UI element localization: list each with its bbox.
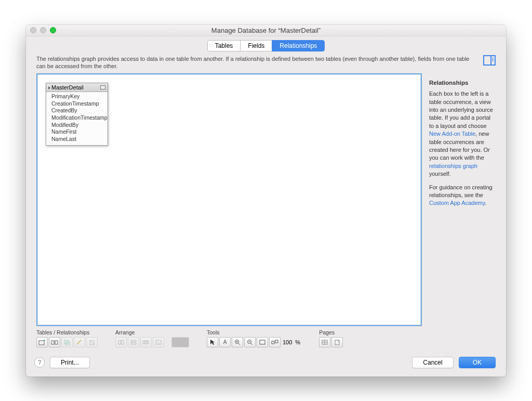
svg-rect-14	[145, 341, 147, 344]
ok-button[interactable]: OK	[459, 357, 496, 368]
delete-button	[86, 337, 98, 347]
field-item[interactable]: ModificationTimestamp	[51, 114, 104, 122]
svg-rect-13	[143, 341, 144, 344]
link-new-addon-table[interactable]: New Add-on Table	[429, 131, 475, 137]
titlebar: Manage Database for “MasterDetail”	[26, 25, 506, 36]
manage-database-window: Manage Database for “MasterDetail” Table…	[26, 25, 506, 377]
table-occurrence-fields: PrimaryKey CreationTimestamp CreatedBy M…	[46, 92, 108, 145]
field-item[interactable]: CreatedBy	[51, 107, 104, 114]
svg-rect-3	[55, 341, 58, 344]
field-item[interactable]: ModifiedBy	[51, 122, 104, 129]
window-controls	[30, 27, 56, 33]
field-item[interactable]: NameLast	[51, 136, 104, 143]
field-item[interactable]: PrimaryKey	[51, 93, 104, 100]
group-label-pages: Pages	[319, 329, 343, 335]
svg-line-8	[90, 341, 94, 345]
align-horizontal-button	[128, 337, 139, 347]
pointer-tool-button[interactable]	[207, 337, 218, 347]
table-occurrence-toggle-icon[interactable]	[100, 85, 105, 89]
svg-rect-12	[131, 343, 136, 344]
distribute-button	[140, 337, 152, 347]
text-tool-button[interactable]: A	[219, 337, 231, 347]
svg-rect-10	[122, 340, 124, 344]
resize-button	[153, 337, 164, 347]
svg-text:+: +	[43, 339, 46, 343]
footer: ? Print... Cancel OK	[26, 352, 506, 377]
color-button	[171, 337, 189, 347]
edit-button	[74, 337, 85, 347]
tab-relationships[interactable]: Relationships	[272, 40, 325, 51]
svg-rect-2	[51, 341, 54, 344]
svg-rect-24	[260, 340, 265, 344]
svg-rect-25	[272, 341, 274, 344]
zoom-in-button[interactable]	[232, 337, 243, 347]
fit-button[interactable]	[257, 337, 268, 347]
svg-rect-15	[147, 341, 149, 344]
help-paragraph-2: For guidance on creating relationships, …	[429, 184, 496, 208]
table-occurrence-name: MasterDetail	[51, 84, 84, 90]
group-label-arrange: Arrange	[115, 329, 189, 335]
help-button[interactable]: ?	[34, 357, 45, 368]
description-text: The relationships graph provides access …	[36, 55, 478, 71]
svg-line-18	[238, 343, 240, 345]
relationships-canvas[interactable]: MasterDetail PrimaryKey CreationTimestam…	[36, 73, 422, 326]
group-label-tools: Tools	[207, 329, 301, 335]
svg-rect-16	[156, 340, 161, 344]
expand-arrow-icon	[48, 86, 50, 89]
print-button[interactable]: Print...	[50, 357, 90, 368]
toolbar: Tables / Relationships + Arrange	[26, 326, 506, 352]
maximize-window-icon[interactable]	[50, 27, 56, 33]
field-item[interactable]: NameFirst	[51, 128, 104, 136]
duplicate-button	[61, 337, 73, 347]
help-heading: Relationships	[429, 79, 496, 87]
add-table-button[interactable]: +	[36, 337, 48, 347]
link-custom-app-academy[interactable]: Custom App Academy	[429, 200, 485, 206]
page-setup-button[interactable]	[331, 337, 343, 347]
minimize-window-icon[interactable]	[40, 27, 46, 33]
svg-line-22	[251, 343, 252, 345]
svg-rect-26	[275, 340, 278, 343]
svg-rect-30	[335, 340, 339, 345]
zoom-out-button[interactable]	[244, 337, 256, 347]
tab-fields[interactable]: Fields	[240, 40, 272, 51]
table-occurrence-masterdetail[interactable]: MasterDetail PrimaryKey CreationTimestam…	[46, 83, 108, 145]
field-item[interactable]: CreationTimestamp	[51, 100, 104, 108]
select-related-button[interactable]	[269, 337, 281, 347]
add-relationship-button[interactable]	[49, 337, 60, 347]
toggle-sidebar-icon[interactable]: i	[483, 55, 496, 66]
close-window-icon[interactable]	[30, 27, 36, 33]
cancel-button[interactable]: Cancel	[412, 357, 453, 368]
page-breaks-button[interactable]	[319, 337, 330, 347]
svg-rect-9	[118, 340, 121, 344]
align-vertical-button	[115, 337, 127, 347]
link-relationships-graph[interactable]: relationships graph	[429, 163, 477, 169]
window-title: Manage Database for “MasterDetail”	[211, 27, 321, 34]
tab-tables[interactable]: Tables	[207, 40, 241, 51]
group-label-tables-relationships: Tables / Relationships	[36, 329, 98, 335]
help-sidebar: Relationships Each box to the left is a …	[429, 73, 496, 326]
tab-bar: Tables Fields Relationships	[26, 36, 506, 55]
zoom-unit: %	[294, 339, 301, 345]
zoom-value: 100	[282, 339, 293, 345]
description-bar: The relationships graph provides access …	[26, 55, 506, 74]
svg-rect-11	[131, 340, 136, 342]
help-paragraph-1: Each box to the left is a table occurren…	[429, 90, 496, 178]
